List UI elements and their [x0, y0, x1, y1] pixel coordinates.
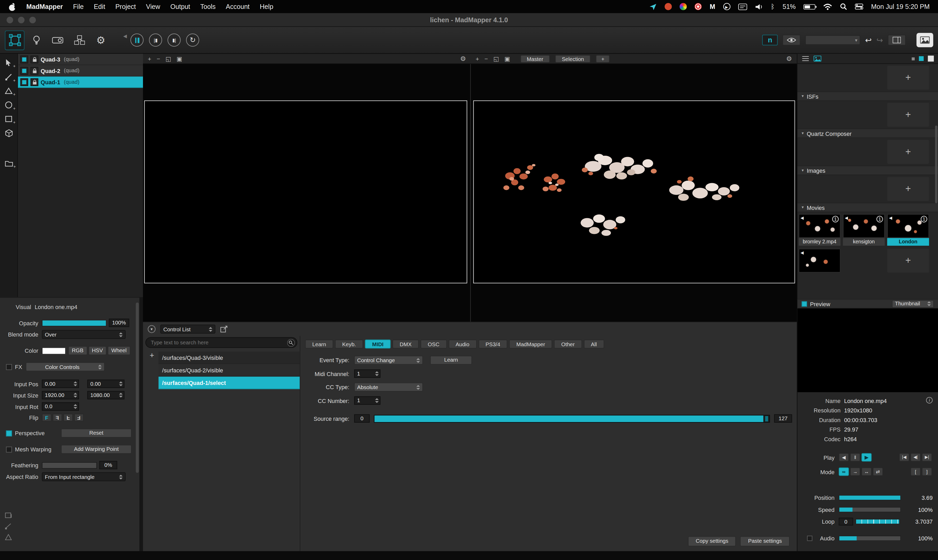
menu-account[interactable]: Account [226, 3, 250, 10]
add-quartz-tile[interactable]: + [887, 140, 929, 164]
wifi-icon[interactable] [823, 3, 832, 10]
loop-mode-button[interactable]: ∞ [839, 468, 849, 476]
menu-edit[interactable]: Edit [94, 3, 105, 10]
info-icon[interactable]: i [926, 397, 932, 403]
collapse-left-panel-icon[interactable]: ◀ [123, 33, 127, 39]
tab-osc[interactable]: OSC [421, 340, 446, 349]
movie-item-kensigton[interactable]: ◀ 1 kensigton [843, 214, 885, 246]
section-quartz-composer[interactable]: ▾ Quartz Composer [798, 128, 938, 138]
tab-dmx[interactable]: DMX [393, 340, 419, 349]
add-media-tile[interactable]: + [887, 66, 929, 89]
thumb-size-small-button[interactable] [912, 57, 915, 60]
bluetooth-icon[interactable]: ᛒ [771, 3, 775, 10]
input-preview-pane[interactable] [471, 64, 797, 322]
loop-out-button[interactable]: ] [922, 468, 932, 476]
output-panel-button[interactable] [888, 35, 906, 46]
preview-visibility-button[interactable] [783, 35, 801, 46]
madmapper-logo-button[interactable]: n [762, 35, 778, 46]
wheel-button[interactable]: Wheel [108, 346, 130, 355]
play-button[interactable]: ▶ [862, 453, 872, 462]
restart-playback-button[interactable]: ↻ [186, 34, 199, 46]
select-tool[interactable]: + [5, 58, 12, 66]
frame-view-icon[interactable]: ▣ [176, 55, 182, 62]
mesh-warping-checkbox[interactable] [6, 446, 12, 452]
source-range-max[interactable]: 127 [774, 414, 792, 423]
preset-dropdown[interactable]: ▾ [805, 35, 860, 45]
step-back-button[interactable]: |▮ [149, 34, 162, 46]
feathering-slider[interactable] [42, 462, 97, 468]
add-warping-point-button[interactable]: Add Warping Point [61, 445, 132, 454]
search-icon[interactable] [287, 338, 295, 346]
thumb-size-large-button[interactable] [928, 55, 934, 62]
perspective-checkbox[interactable] [6, 430, 12, 436]
movie-item-bromley[interactable]: ◀ 1 bromley 2.mp4 [799, 214, 841, 246]
event-type-dropdown[interactable]: Control Change [354, 355, 423, 365]
blend-mode-dropdown[interactable]: Over [42, 330, 126, 339]
flip-none-button[interactable]: F [42, 414, 52, 422]
flip-horizontal-button[interactable]: F [52, 414, 62, 422]
projector-tool-button[interactable] [48, 30, 68, 50]
zoom-in-icon[interactable]: + [475, 55, 479, 62]
reset-button[interactable]: Reset [61, 429, 132, 437]
tab-all[interactable]: All [584, 340, 604, 349]
menu-tools[interactable]: Tools [201, 3, 216, 10]
target-app-icon[interactable] [695, 3, 702, 10]
menu-project[interactable]: Project [116, 3, 136, 10]
menu-help[interactable]: Help [260, 3, 273, 10]
fx-checkbox[interactable] [6, 364, 12, 370]
input-size-h-field[interactable]: 1080.00 [88, 391, 125, 399]
fixtures-tool-button[interactable] [26, 30, 46, 50]
frame-view-icon[interactable]: ▣ [504, 55, 510, 62]
source-range-slider[interactable] [374, 414, 770, 422]
properties-scrollbar[interactable] [136, 303, 139, 473]
collapse-controls-icon[interactable]: ▾ [148, 325, 156, 333]
zoom-out-icon[interactable]: − [484, 55, 488, 62]
tab-other[interactable]: Other [554, 340, 582, 349]
back-icon[interactable]: ◀ [801, 216, 804, 221]
back-icon[interactable]: ◀ [801, 251, 804, 255]
input-size-w-field[interactable]: 1920.00 [42, 391, 79, 399]
minimize-button[interactable] [18, 17, 25, 23]
tab-audio[interactable]: Audio [448, 340, 476, 349]
play-reverse-button[interactable]: ◀ [839, 453, 849, 462]
mail-icon[interactable]: M [710, 3, 715, 10]
control-search-field[interactable] [145, 337, 297, 348]
undo-button[interactable]: ↩ [865, 35, 872, 45]
layer-row-quad1-selected[interactable]: Quad-1 (quad) [18, 76, 143, 88]
add-group-tool[interactable]: + [5, 160, 13, 167]
input-pos-y-field[interactable]: 0.00 [88, 380, 125, 388]
loop-start-value[interactable]: 0 [839, 517, 853, 525]
add-circle-tool[interactable]: + [5, 101, 12, 109]
menu-bar-clock[interactable]: Mon Jul 19 5:20 PM [871, 3, 930, 10]
add-line-tool[interactable]: + [5, 73, 12, 81]
add-movie-tile[interactable]: + [887, 249, 929, 272]
fit-view-icon[interactable]: ◱ [493, 55, 499, 62]
audio-checkbox[interactable] [807, 535, 813, 541]
opacity-slider[interactable] [42, 320, 106, 326]
cc-type-dropdown[interactable]: Absolute [354, 383, 423, 391]
cc-number-field[interactable]: 1 [354, 397, 381, 405]
learn-button[interactable]: Learn [430, 355, 472, 365]
media-panel-toggle-button[interactable] [916, 33, 933, 48]
edit-points-icon[interactable] [5, 523, 12, 530]
output-surface-rect[interactable] [144, 100, 467, 283]
stepper-arrows[interactable] [74, 393, 77, 397]
loop-range-slider[interactable] [856, 518, 900, 524]
add-image-tile[interactable]: + [887, 177, 929, 201]
step-forward-button[interactable]: ▮| [168, 34, 181, 46]
record-app-icon[interactable] [665, 3, 672, 10]
section-isfs[interactable]: ▾ ISFs [798, 92, 938, 101]
surface-tool-button[interactable] [5, 30, 24, 50]
rgb-button[interactable]: RGB [68, 346, 87, 355]
layer-row-quad3[interactable]: Quad-3 (quad) [18, 54, 143, 65]
tab-ps34[interactable]: PS3/4 [478, 340, 508, 349]
input-pos-x-field[interactable]: 0.00 [42, 380, 79, 388]
settings-button[interactable]: ⚙ [91, 30, 111, 50]
thumbnail-view-icon[interactable] [814, 55, 821, 62]
menu-file[interactable]: File [73, 3, 84, 10]
movie-item-london-selected[interactable]: ◀ 1 London [887, 214, 929, 246]
play-once-mode-button[interactable]: → [850, 468, 860, 476]
left-view-settings-icon[interactable]: ⚙ [460, 55, 466, 63]
play-circle-icon[interactable]: ▶ [723, 3, 730, 10]
stepper-arrows[interactable] [375, 371, 379, 376]
